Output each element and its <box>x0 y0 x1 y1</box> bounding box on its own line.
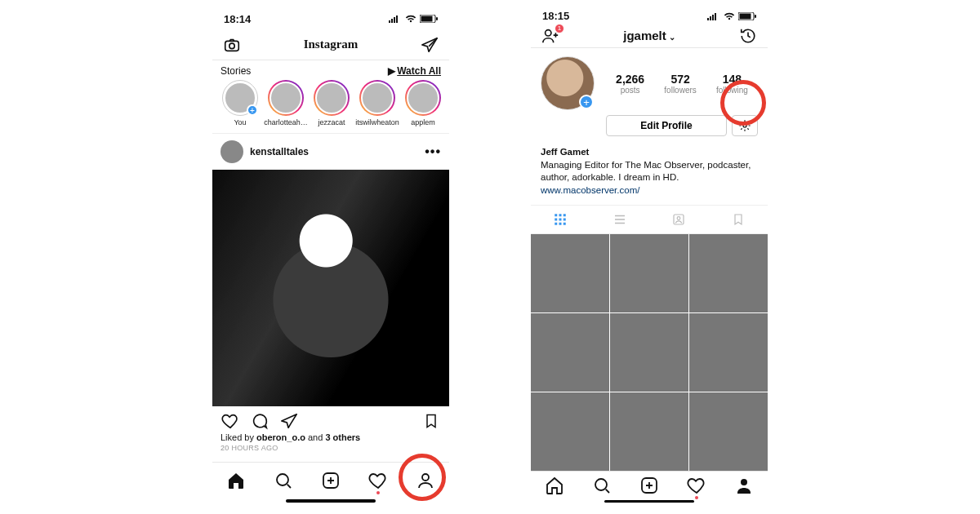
stat-followers[interactable]: 572 followers <box>664 73 696 95</box>
grid-post[interactable] <box>531 234 609 312</box>
cellular-icon <box>707 12 720 20</box>
post-actions <box>212 406 449 432</box>
svg-point-19 <box>546 30 551 36</box>
cellular-icon <box>389 15 402 23</box>
svg-rect-21 <box>555 214 558 216</box>
share-icon[interactable] <box>279 411 299 431</box>
tab-activity[interactable] <box>368 470 389 491</box>
profile-avatar[interactable]: + <box>541 56 595 110</box>
tab-new-post[interactable] <box>639 475 660 496</box>
add-story-icon: + <box>247 104 258 116</box>
discover-people-icon[interactable]: 1 <box>541 26 560 46</box>
archive-icon[interactable] <box>738 26 758 46</box>
add-story-icon: + <box>579 95 594 109</box>
top-bar: Instagram <box>212 29 449 60</box>
saved-tab[interactable] <box>709 206 768 233</box>
svg-rect-23 <box>564 214 566 216</box>
wifi-icon <box>724 12 735 20</box>
svg-rect-5 <box>421 16 433 22</box>
story-item[interactable]: itswilwheaton <box>354 80 400 126</box>
svg-rect-25 <box>559 219 562 221</box>
tab-profile[interactable] <box>733 475 755 496</box>
tab-home[interactable] <box>225 470 247 491</box>
battery-icon <box>420 15 438 23</box>
stories-header: Stories ▶ Watch All <box>212 60 449 78</box>
stories-tray[interactable]: + You charlotteah… jezzacat itswilwheato… <box>212 78 449 134</box>
tab-profile[interactable] <box>415 470 436 491</box>
stat-posts[interactable]: 2,266 posts <box>616 73 644 95</box>
wifi-icon <box>405 15 416 23</box>
svg-rect-17 <box>740 13 751 19</box>
profile-view-tabs <box>531 205 768 234</box>
activity-badge <box>695 496 698 499</box>
status-bar: 18:15 <box>531 8 768 24</box>
tab-home[interactable] <box>544 475 565 496</box>
svg-point-8 <box>229 43 234 48</box>
svg-rect-3 <box>396 16 398 23</box>
svg-rect-28 <box>559 223 562 225</box>
chevron-down-icon: ⌄ <box>669 33 675 42</box>
comment-icon[interactable] <box>250 411 270 431</box>
grid-post[interactable] <box>689 234 768 312</box>
edit-profile-button[interactable]: Edit Profile <box>606 115 727 136</box>
svg-point-32 <box>595 479 607 490</box>
save-icon[interactable] <box>421 411 441 431</box>
notification-badge: 1 <box>555 24 564 33</box>
watch-all-button[interactable]: ▶ Watch All <box>388 65 441 77</box>
post-timestamp: 20 HOURS AGO <box>212 442 449 455</box>
tab-new-post[interactable] <box>320 470 341 491</box>
top-bar: 1 jgamelt⌄ <box>531 24 768 48</box>
svg-rect-29 <box>564 223 566 225</box>
story-you[interactable]: + You <box>217 80 263 126</box>
tab-search[interactable] <box>591 475 612 496</box>
svg-rect-2 <box>394 17 395 23</box>
post-header: kenstalltales ••• <box>212 134 449 170</box>
svg-point-34 <box>741 479 747 485</box>
tab-search[interactable] <box>273 470 294 491</box>
stories-label: Stories <box>220 65 251 77</box>
story-item[interactable]: charlotteah… <box>263 80 309 126</box>
status-right <box>389 15 438 23</box>
profile-bio: Jeff Gamet Managing Editor for The Mac O… <box>531 141 768 205</box>
grid-post[interactable] <box>689 313 768 392</box>
svg-rect-1 <box>391 19 393 23</box>
svg-rect-12 <box>707 18 709 20</box>
tab-bar <box>531 471 768 498</box>
svg-rect-22 <box>559 214 562 216</box>
story-item[interactable]: jezzacat <box>309 80 354 126</box>
grid-post[interactable] <box>531 313 609 392</box>
grid-view-tab[interactable] <box>531 206 590 233</box>
grid-post[interactable] <box>610 313 688 392</box>
status-time: 18:14 <box>224 13 251 25</box>
settings-button[interactable] <box>732 115 758 136</box>
profile-bio-text: Managing Editor for The Mac Observer, po… <box>541 159 758 184</box>
tagged-tab[interactable] <box>649 206 709 233</box>
stat-following[interactable]: 148 following <box>716 73 748 95</box>
profile-link[interactable]: www.macobserver.com/ <box>541 185 639 195</box>
story-item[interactable]: applem <box>400 80 446 126</box>
grid-post[interactable] <box>610 392 688 471</box>
post-author-name[interactable]: kenstalltales <box>250 146 418 157</box>
battery-icon <box>738 12 756 20</box>
likes-text[interactable]: Liked by oberon_o.o and 3 others <box>212 432 449 442</box>
like-icon[interactable] <box>220 411 240 431</box>
post-image[interactable] <box>212 170 449 406</box>
direct-message-icon[interactable] <box>420 35 439 55</box>
svg-rect-6 <box>436 17 438 20</box>
camera-icon[interactable] <box>222 35 242 55</box>
svg-point-31 <box>677 217 680 220</box>
grid-post[interactable] <box>689 392 768 471</box>
svg-rect-7 <box>225 41 239 51</box>
tab-bar <box>212 462 449 498</box>
post-more-icon[interactable]: ••• <box>425 144 441 159</box>
profile-username-dropdown[interactable]: jgamelt⌄ <box>560 29 738 42</box>
home-indicator <box>286 499 376 503</box>
svg-rect-26 <box>564 219 566 221</box>
app-title: Instagram <box>242 38 420 51</box>
tab-activity[interactable] <box>686 475 707 496</box>
grid-post[interactable] <box>531 392 609 471</box>
list-view-tab[interactable] <box>590 206 650 233</box>
svg-rect-0 <box>389 20 390 23</box>
post-author-avatar[interactable] <box>220 140 243 163</box>
grid-post[interactable] <box>610 234 688 312</box>
